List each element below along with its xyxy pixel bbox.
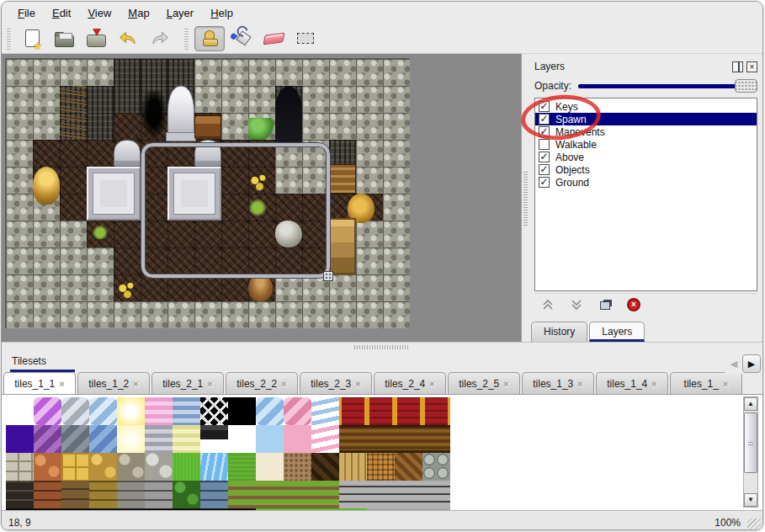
- tab-history[interactable]: History: [531, 322, 587, 342]
- undo-button[interactable]: [113, 26, 143, 51]
- tileset-tile-yellowWall[interactable]: [89, 481, 117, 508]
- map-tile-gray-rock-wall[interactable]: [275, 59, 302, 86]
- tileset-tile-sand[interactable]: [256, 453, 284, 481]
- map-object-lamp[interactable]: [33, 167, 60, 205]
- map-tile-gray-rock-wall[interactable]: [383, 140, 410, 167]
- tileset-tab-tiles_1_4[interactable]: tiles_1_4×: [596, 372, 668, 394]
- close-tab-icon[interactable]: ×: [651, 379, 656, 389]
- map-object-rack[interactable]: [329, 164, 356, 194]
- tileset-tile-terracotta[interactable]: [34, 453, 61, 481]
- tileset-tile-yellowStripes[interactable]: [173, 425, 200, 453]
- map-tile-gray-rock-wall[interactable]: [356, 274, 383, 301]
- map-tile-gray-rock-wall[interactable]: [383, 167, 410, 194]
- map-object-monolith[interactable]: [275, 86, 302, 145]
- tileset-tile-blueStripes[interactable]: [173, 397, 200, 425]
- tileset-tile-pinkCrystal[interactable]: [284, 397, 311, 425]
- layer-visibility-checkbox[interactable]: ✓: [539, 152, 550, 162]
- map-viewport[interactable]: [2, 54, 521, 342]
- map-tile-dark-rock-wall[interactable]: [114, 86, 141, 113]
- rect-select-tool-button[interactable]: [290, 26, 321, 51]
- map-object-flowers[interactable]: [116, 279, 138, 301]
- map-tile-gray-rock-wall[interactable]: [33, 301, 60, 328]
- map-tile-gray-rock-wall[interactable]: [221, 86, 248, 113]
- close-tab-icon[interactable]: ×: [59, 379, 64, 389]
- map-tile-gray-rock-wall[interactable]: [33, 113, 60, 140]
- close-tab-icon[interactable]: ×: [577, 379, 582, 389]
- tileset-tile-pinkSolid[interactable]: [284, 425, 311, 453]
- map-tile-gray-rock-wall[interactable]: [33, 59, 60, 86]
- tileset-tile-empty[interactable]: [6, 397, 34, 425]
- layer-visibility-checkbox[interactable]: ✓: [539, 114, 550, 125]
- layer-row-objects[interactable]: ✓Objects: [535, 163, 757, 176]
- tileset-tile-hedge[interactable]: [173, 481, 200, 508]
- tileset-tile-brownCarpet[interactable]: [339, 425, 367, 453]
- opacity-slider-handle[interactable]: [735, 79, 757, 93]
- map-tile-gray-rock-wall[interactable]: [356, 86, 383, 113]
- map-tile-brown-floor[interactable]: [194, 274, 221, 301]
- map-tile-gray-rock-wall[interactable]: [6, 59, 33, 86]
- tileset-tile-blueWaterDark[interactable]: [89, 425, 117, 453]
- tileset-tile-lightBlue[interactable]: [256, 425, 284, 453]
- splitter-grip[interactable]: [523, 170, 528, 226]
- map-tile-gray-rock-wall[interactable]: [302, 113, 329, 140]
- tileset-tile-yellowCobble[interactable]: [89, 453, 117, 481]
- map-tile-gray-rock-wall[interactable]: [383, 59, 410, 86]
- map-tile-gray-rock-wall[interactable]: [383, 274, 410, 301]
- map-object-statue[interactable]: [167, 86, 194, 140]
- tileset-tile-cropRow[interactable]: [311, 481, 339, 508]
- map-tile-gray-rock-wall[interactable]: [114, 301, 141, 328]
- tileset-tab-tiles_1_3[interactable]: tiles_1_3×: [522, 372, 594, 394]
- map-tile-gray-rock-wall[interactable]: [356, 113, 383, 140]
- splitter-grip[interactable]: [354, 345, 410, 349]
- new-file-button[interactable]: [17, 26, 47, 51]
- tileset-tab-tiles_2_4[interactable]: tiles_2_4×: [374, 372, 446, 394]
- close-tab-icon[interactable]: ×: [429, 379, 434, 389]
- layer-visibility-checkbox[interactable]: ✓: [539, 126, 550, 137]
- map-object-vine[interactable]: [60, 86, 87, 140]
- map-tile-gray-rock-wall[interactable]: [329, 113, 356, 140]
- map-tile-brown-floor[interactable]: [221, 274, 248, 301]
- tileset-tile-grayStripes[interactable]: [145, 425, 173, 453]
- map-tile-gray-rock-wall[interactable]: [60, 59, 87, 86]
- layer-visibility-checkbox[interactable]: ✓: [539, 164, 550, 175]
- map-object-grave[interactable]: [114, 140, 141, 167]
- toolbar-drag-handle[interactable]: [184, 28, 189, 50]
- tileset-tile-grayPaving[interactable]: [6, 453, 34, 481]
- map-tile-gray-rock-wall[interactable]: [6, 247, 33, 274]
- map-tile-gray-rock-wall[interactable]: [329, 86, 356, 113]
- close-panel-button[interactable]: ×: [746, 61, 757, 72]
- map-tile-gray-rock-wall[interactable]: [194, 86, 221, 113]
- menu-edit[interactable]: Edit: [45, 4, 78, 22]
- layer-row-walkable[interactable]: Walkable: [535, 138, 757, 151]
- map-tile-gray-rock-wall[interactable]: [6, 167, 33, 194]
- tileset-tab-tiles_2_5[interactable]: tiles_2_5×: [448, 372, 520, 394]
- tileset-tile-brownBrick[interactable]: [34, 481, 61, 508]
- map-selection-rect[interactable]: [141, 143, 330, 278]
- tileset-tile-grayPlanks[interactable]: [422, 481, 450, 508]
- scroll-tabs-left-button[interactable]: ◀: [727, 359, 741, 370]
- map-object-sprout[interactable]: [92, 223, 108, 239]
- map-tile-gray-rock-wall[interactable]: [302, 301, 329, 328]
- tileset-tile-cropRow[interactable]: [228, 481, 256, 508]
- layer-visibility-checkbox[interactable]: ✓: [539, 101, 550, 112]
- map-tile-dark-rock-wall[interactable]: [87, 86, 114, 113]
- vertical-splitter[interactable]: [521, 54, 529, 342]
- tileset-tile-pinkRibbon[interactable]: [311, 425, 339, 453]
- map-tile-gray-rock-wall[interactable]: [60, 301, 87, 328]
- map-tile-gray-rock-wall[interactable]: [60, 274, 87, 301]
- map-tile-gray-rock-wall[interactable]: [383, 113, 410, 140]
- tileset-tile-grayCrystalDark[interactable]: [61, 425, 89, 453]
- tileset-tile-lattice[interactable]: [200, 397, 228, 425]
- map-tile-gray-rock-wall[interactable]: [329, 59, 356, 86]
- map-tile-gray-rock-wall[interactable]: [6, 194, 33, 221]
- move-layer-down-button[interactable]: [568, 296, 585, 313]
- tileset-tile-blueBrickWall[interactable]: [200, 481, 228, 508]
- layer-row-spawn[interactable]: ✓Spawn: [535, 113, 757, 125]
- map-tile-gray-rock-wall[interactable]: [383, 86, 410, 113]
- tileset-tile-cropRow[interactable]: [284, 481, 311, 508]
- layer-row-above[interactable]: ✓Above: [535, 151, 757, 163]
- tileset-scrollbar[interactable]: ▲ ▼: [743, 396, 758, 508]
- map-tile-brown-floor[interactable]: [60, 194, 87, 221]
- menu-layer[interactable]: Layer: [159, 4, 202, 22]
- tileset-tile-brownBlocks[interactable]: [61, 481, 89, 508]
